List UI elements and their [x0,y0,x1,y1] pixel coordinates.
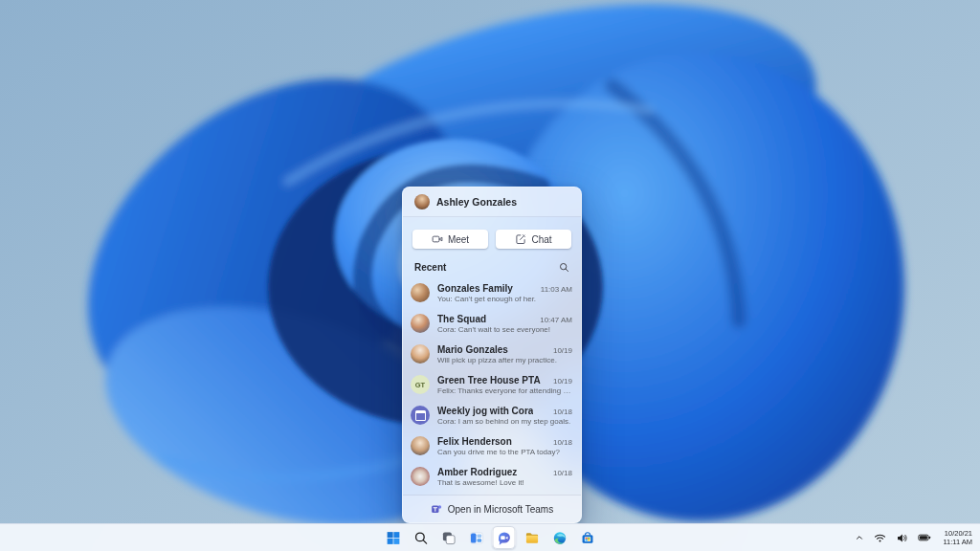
search-button[interactable] [410,526,433,549]
chat-flyout-header: Ashley Gonzales [403,187,581,217]
conversation-name: Amber Rodriguez [437,467,517,477]
conversation-row[interactable]: Felix Henderson 10/18 Can you drive me t… [403,430,581,461]
conversation-time: 10/18 [553,438,572,447]
teams-chat-flyout: Ashley Gonzales Meet Chat Recent [402,187,582,523]
conversation-avatar [411,283,430,302]
compose-icon [515,233,526,245]
hidden-icons-chevron[interactable] [853,531,866,544]
conversation-name: Mario Gonzales [437,344,508,355]
start-button[interactable] [382,526,405,549]
open-in-teams-button[interactable]: Open in Microsoft Teams [403,495,581,522]
edge-button[interactable] [548,526,571,549]
windows-logo-icon [386,531,400,545]
file-explorer-icon [524,531,539,545]
conversation-row[interactable]: The Squad 10:47 AM Cora: Can't wait to s… [403,308,581,339]
conversation-body: Mario Gonzales 10/19 Will pick up pizza … [437,344,572,364]
conversation-preview: You: Can't get enough of her. [437,295,572,303]
task-view-icon [441,531,456,545]
user-name: Ashley Gonzales [436,196,517,208]
taskbar-center-icons [382,524,599,551]
conversation-name: The Squad [437,314,486,324]
teams-logo-icon [431,503,442,515]
taskbar-clock[interactable]: 10/20/21 11:11 AM [939,529,976,546]
search-icon [413,531,428,545]
conversation-preview: Can you drive me to the PTA today? [437,448,572,456]
conversation-row[interactable]: GT Green Tree House PTA 10/19 Felix: Tha… [403,369,581,400]
tray-date: 10/20/21 [943,529,972,538]
search-icon[interactable] [559,262,569,273]
recent-label: Recent [414,262,446,273]
conversation-name: Felix Henderson [437,436,512,447]
conversation-body: Felix Henderson 10/18 Can you drive me t… [437,436,572,456]
tray-time: 11:11 AM [943,538,972,546]
battery-button[interactable] [916,529,933,546]
conversation-body: The Squad 10:47 AM Cora: Can't wait to s… [437,314,572,334]
recent-row: Recent [403,257,581,276]
meet-button-label: Meet [448,234,469,245]
conversation-preview: Felix: Thanks everyone for attending tod… [437,386,572,395]
task-view-button[interactable] [437,526,460,549]
conversation-avatar [411,436,430,455]
system-tray: 10/20/21 11:11 AM [853,524,976,551]
widgets-icon [469,531,483,545]
conversation-row[interactable]: Gonzales Family 11:03 AM You: Can't get … [403,277,581,308]
conversation-body: Gonzales Family 11:03 AM You: Can't get … [437,283,572,303]
conversation-preview: Cora: I am so behind on my step goals. [437,417,572,426]
volume-button[interactable] [894,530,910,546]
chat-button-label: Chat [531,234,551,245]
user-avatar [414,194,430,209]
conversation-preview: Will pick up pizza after my practice. [437,356,572,364]
microsoft-store-icon [580,531,594,545]
conversation-preview: Cora: Can't wait to see everyone! [437,325,572,334]
video-camera-icon [432,233,443,245]
conversation-avatar [411,344,430,364]
conversation-row[interactable]: Weekly jog with Cora 10/18 Cora: I am so… [403,400,581,430]
store-button[interactable] [576,526,599,549]
edge-icon [552,531,567,545]
conversation-body: Amber Rodriguez 10/18 That is awesome! L… [437,467,572,487]
widgets-button[interactable] [465,526,488,549]
conversation-time: 10/19 [553,346,572,355]
conversation-time: 11:03 AM [541,285,572,294]
chat-taskbar-button[interactable] [493,526,516,549]
conversation-name: Gonzales Family [437,283,513,294]
conversation-name: Weekly jog with Cora [437,406,533,416]
conversation-preview: That is awesome! Love it! [437,478,572,487]
chevron-up-icon [855,533,864,542]
conversation-row[interactable]: Amber Rodriguez 10/18 That is awesome! L… [403,461,581,492]
conversation-row[interactable]: Mario Gonzales 10/19 Will pick up pizza … [403,339,581,369]
conversation-name: Green Tree House PTA [437,375,541,386]
action-row: Meet Chat [403,217,581,257]
conversation-time: 10/19 [553,377,572,386]
conversation-body: Weekly jog with Cora 10/18 Cora: I am so… [437,406,572,426]
conversation-time: 10/18 [553,469,572,477]
volume-icon [896,532,908,544]
desktop: Ashley Gonzales Meet Chat Recent [0,0,980,551]
open-in-teams-label: Open in Microsoft Teams [448,504,553,515]
chat-bubble-icon [497,531,511,545]
chat-button[interactable]: Chat [496,230,571,249]
conversation-avatar [411,314,430,333]
wifi-icon [874,532,886,544]
battery-icon [918,531,931,544]
taskbar: 10/20/21 11:11 AM [0,523,980,551]
file-explorer-button[interactable] [521,526,544,549]
conversation-avatar [411,467,430,486]
conversation-time: 10/18 [553,408,572,416]
meet-button[interactable]: Meet [412,230,488,249]
conversation-time: 10:47 AM [540,316,572,324]
conversation-avatar [411,406,430,425]
wifi-button[interactable] [872,530,888,546]
conversation-list: Gonzales Family 11:03 AM You: Can't get … [403,276,581,495]
conversation-body: Green Tree House PTA 10/19 Felix: Thanks… [437,375,572,395]
conversation-avatar: GT [411,375,430,394]
